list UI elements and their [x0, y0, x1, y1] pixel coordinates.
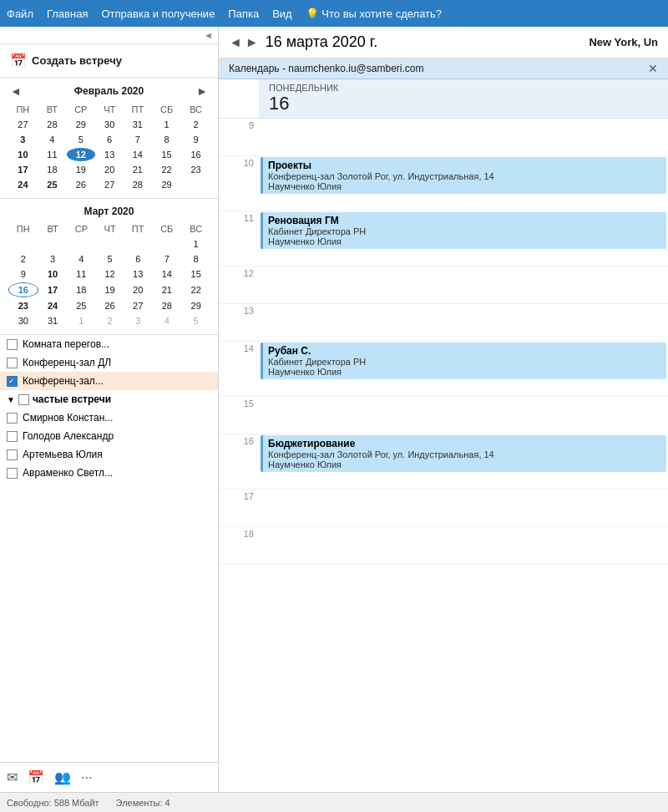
time-slot[interactable]: Реновация ГМКабинет Директора РННаумченк… — [259, 211, 668, 266]
frequent-section-header[interactable]: ▼ частые встречи — [0, 390, 218, 409]
feb-day-cell[interactable]: 16 — [182, 148, 210, 161]
event-block[interactable]: Рубан С.Кабинет Директора РННаумченко Юл… — [261, 343, 666, 379]
feb-day-cell[interactable]: 31 — [124, 118, 151, 131]
people-nav-icon[interactable]: 👥 — [54, 769, 71, 785]
feb-day-cell[interactable]: 15 — [153, 148, 180, 161]
feb-day-cell[interactable]: 24 — [8, 178, 38, 191]
feb-day-cell[interactable]: 8 — [153, 133, 180, 146]
mar-day-cell[interactable]: 1 — [68, 314, 95, 327]
feb-day-cell[interactable]: 14 — [124, 148, 151, 161]
tab-close-btn[interactable]: ✕ — [648, 62, 658, 75]
mar-day-cell[interactable]: 22 — [182, 282, 210, 297]
mar-day-cell[interactable]: 29 — [182, 299, 210, 312]
feb-day-cell[interactable]: 10 — [8, 148, 38, 161]
feb-day-cell[interactable]: 25 — [39, 178, 65, 191]
mar-day-cell[interactable]: 21 — [153, 282, 180, 297]
more-nav-icon[interactable]: ··· — [81, 770, 92, 785]
feb-day-cell[interactable]: 21 — [124, 163, 151, 176]
mar-day-cell[interactable]: 1 — [182, 237, 210, 251]
mar-day-cell[interactable]: 4 — [68, 252, 95, 266]
feb-next-btn[interactable]: ► — [193, 84, 211, 98]
calendar-list-item[interactable]: Конференц-зал ДЛ — [0, 353, 218, 372]
feb-day-cell[interactable]: 29 — [67, 118, 95, 131]
time-slot[interactable] — [259, 304, 668, 341]
mar-day-cell[interactable]: 17 — [40, 282, 66, 297]
frequent-item[interactable]: Авраменко Светл... — [0, 464, 218, 482]
feb-day-cell[interactable]: 23 — [182, 163, 210, 176]
menu-home[interactable]: Главная — [47, 8, 88, 20]
feb-day-cell[interactable]: 4 — [39, 133, 65, 146]
frequent-checkbox[interactable] — [7, 413, 18, 424]
mar-day-cell[interactable]: 2 — [97, 314, 123, 327]
feb-day-cell[interactable]: 20 — [97, 163, 123, 176]
time-slot[interactable] — [259, 397, 668, 434]
feb-day-cell[interactable]: 5 — [67, 133, 95, 146]
feb-day-cell[interactable]: 27 — [97, 178, 123, 191]
feb-day-cell[interactable]: 19 — [67, 163, 95, 176]
mar-day-cell[interactable]: 12 — [97, 267, 123, 281]
mar-day-cell[interactable]: 28 — [153, 299, 180, 312]
calendar-checkbox[interactable] — [7, 339, 18, 350]
calendar-checkbox[interactable] — [7, 376, 18, 387]
feb-day-cell[interactable]: 12 — [67, 148, 95, 161]
event-block[interactable]: Реновация ГМКабинет Директора РННаумченк… — [261, 212, 666, 249]
time-slot[interactable] — [259, 490, 668, 526]
feb-day-cell[interactable]: 6 — [97, 133, 123, 146]
mar-day-cell[interactable]: 5 — [182, 314, 210, 327]
mar-day-cell[interactable]: 19 — [97, 282, 123, 297]
mar-day-cell[interactable]: 9 — [8, 267, 38, 281]
feb-day-cell[interactable]: 2 — [182, 118, 210, 131]
mar-day-cell[interactable]: 3 — [40, 252, 66, 266]
collapse-arrow[interactable]: ◄ — [0, 27, 218, 44]
mar-day-cell[interactable] — [124, 237, 151, 251]
create-meeting-button[interactable]: 📅 Создать встречу — [0, 44, 218, 78]
feb-day-cell[interactable]: 7 — [124, 133, 151, 146]
mar-day-cell[interactable]: 25 — [68, 299, 95, 312]
mar-day-cell[interactable]: 4 — [153, 314, 180, 327]
menu-folder[interactable]: Папка — [228, 8, 259, 20]
frequent-checkbox[interactable] — [7, 468, 18, 479]
frequent-item[interactable]: Артемьева Юлия — [0, 445, 218, 464]
mar-day-cell[interactable]: 8 — [182, 252, 210, 266]
menu-help[interactable]: 💡 Что вы хотите сделать? — [306, 8, 442, 20]
feb-day-cell[interactable] — [182, 178, 210, 191]
feb-day-cell[interactable]: 11 — [39, 148, 65, 161]
feb-day-cell[interactable]: 26 — [67, 178, 95, 191]
event-block[interactable]: БюджетированиеКонференц-зал Золотой Рог,… — [261, 435, 666, 472]
menu-send-receive[interactable]: Отправка и получение — [101, 8, 215, 20]
time-slot[interactable]: БюджетированиеКонференц-зал Золотой Рог,… — [259, 434, 668, 489]
feb-day-cell[interactable]: 3 — [8, 133, 38, 146]
calendar-list-item[interactable]: Комната перегов... — [0, 335, 218, 353]
calendar-nav-icon[interactable]: 📅 — [28, 769, 44, 785]
mar-day-cell[interactable]: 18 — [68, 282, 95, 297]
frequent-item[interactable]: Смирнов Констан... — [0, 409, 218, 427]
calendar-checkbox[interactable] — [7, 358, 18, 368]
mar-day-cell[interactable]: 31 — [40, 314, 66, 327]
time-slot[interactable]: ПроектыКонференц-зал Золотой Рог, ул. Ин… — [259, 156, 668, 211]
feb-day-cell[interactable]: 27 — [8, 118, 38, 131]
mar-day-cell[interactable]: 14 — [153, 267, 180, 281]
mar-day-cell[interactable]: 27 — [124, 299, 151, 312]
event-block[interactable]: ПроектыКонференц-зал Золотой Рог, ул. Ин… — [261, 157, 666, 194]
mar-day-cell[interactable]: 16 — [8, 282, 38, 297]
time-slot[interactable]: Рубан С.Кабинет Директора РННаумченко Юл… — [259, 342, 668, 396]
mar-day-cell[interactable]: 2 — [8, 252, 38, 266]
mar-day-cell[interactable]: 20 — [124, 282, 151, 297]
time-slot[interactable] — [259, 119, 668, 155]
mar-day-cell[interactable]: 11 — [68, 267, 95, 281]
feb-day-cell[interactable]: 18 — [39, 163, 65, 176]
mar-day-cell[interactable]: 10 — [40, 267, 66, 281]
feb-day-cell[interactable]: 28 — [124, 178, 151, 191]
mar-day-cell[interactable] — [153, 237, 180, 251]
feb-day-cell[interactable]: 28 — [39, 118, 65, 131]
mar-day-cell[interactable] — [68, 237, 95, 251]
mar-day-cell[interactable]: 26 — [97, 299, 123, 312]
mar-day-cell[interactable]: 6 — [124, 252, 151, 266]
frequent-checkbox[interactable] — [18, 394, 29, 405]
calendar-list-item[interactable]: Конференц-зал... — [0, 372, 218, 390]
mar-day-cell[interactable]: 15 — [182, 267, 210, 281]
time-slot[interactable] — [259, 266, 668, 303]
feb-day-cell[interactable]: 29 — [153, 178, 180, 191]
frequent-checkbox[interactable] — [7, 431, 18, 442]
mar-day-cell[interactable]: 5 — [97, 252, 123, 266]
